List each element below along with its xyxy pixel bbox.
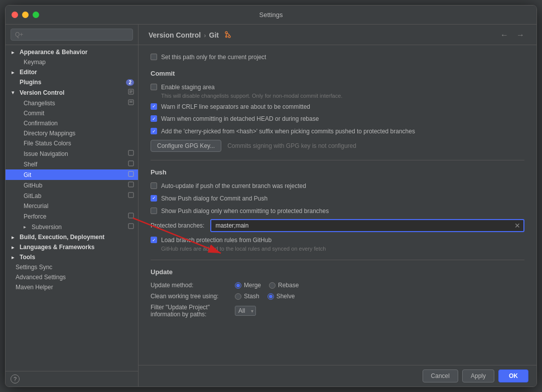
warn-crlf-checkbox[interactable]: [151, 103, 157, 110]
sidebar-item-appearance[interactable]: ▸ Appearance & Behavior: [6, 47, 138, 57]
chevron-down-icon: ▾: [12, 90, 18, 95]
merge-option[interactable]: Merge: [235, 282, 261, 289]
sidebar-item-directory-mappings[interactable]: Directory Mappings: [6, 128, 138, 138]
clear-input-button[interactable]: ✕: [514, 222, 520, 230]
section-divider-2: [151, 260, 524, 260]
sidebar: ▸ Appearance & Behavior Keymap ▸ Editor: [6, 25, 139, 386]
plugins-badge: 2: [126, 79, 134, 86]
rebase-option[interactable]: Rebase: [269, 282, 299, 289]
sidebar-item-subversion[interactable]: ▸ Subversion: [6, 222, 138, 232]
svg-rect-7: [128, 150, 133, 155]
svg-rect-11: [128, 192, 133, 198]
sidebar-item-keymap[interactable]: Keymap: [6, 57, 138, 67]
stash-option[interactable]: Stash: [235, 293, 259, 300]
gpg-row: Configure GPG Key... Commits signing wit…: [151, 140, 524, 152]
sidebar-item-version-control[interactable]: ▾ Version Control: [6, 87, 138, 98]
search-input[interactable]: [11, 29, 133, 41]
sidebar-item-languages[interactable]: ▸ Languages & Frameworks: [6, 242, 138, 252]
github-icon: [128, 181, 134, 189]
commit-section-title: Commit: [151, 70, 524, 77]
sidebar-item-editor[interactable]: ▸ Editor: [6, 67, 138, 77]
breadcrumb-separator: ›: [204, 32, 206, 39]
protected-branches-input[interactable]: [210, 219, 524, 232]
update-method-radio-group: Merge Rebase: [235, 282, 299, 289]
shelve-label: Shelve: [277, 293, 295, 300]
auto-update-label: Auto-update if push of the current branc…: [161, 182, 306, 190]
svg-point-15: [228, 36, 230, 38]
sidebar-item-tools[interactable]: ▸ Tools: [6, 252, 138, 262]
back-button[interactable]: ←: [498, 30, 510, 41]
svg-rect-12: [128, 213, 133, 218]
shelve-option[interactable]: Shelve: [267, 293, 295, 300]
svg-rect-8: [128, 161, 133, 166]
add-cherry-checkbox[interactable]: [151, 128, 157, 134]
bottom-bar: Cancel Apply OK: [139, 365, 536, 386]
auto-update-row: Auto-update if push of the current branc…: [151, 182, 524, 190]
warn-detached-checkbox[interactable]: [151, 115, 157, 122]
clean-working-tree-label: Clean working tree using:: [151, 293, 231, 300]
maximize-button[interactable]: [33, 12, 39, 18]
merge-label: Merge: [244, 282, 261, 289]
merge-radio[interactable]: [235, 282, 241, 289]
auto-update-checkbox[interactable]: [151, 182, 157, 189]
load-branch-protection-checkbox[interactable]: [151, 237, 157, 243]
titlebar: Settings: [6, 6, 536, 25]
load-branch-protection-row: Load branch protection rules from GitHub…: [151, 236, 524, 252]
sidebar-item-maven-helper[interactable]: Maven Helper: [6, 282, 138, 292]
chevron-right-icon: ▸: [12, 50, 18, 55]
sidebar-item-changelists[interactable]: Changelists: [6, 98, 138, 108]
help-button[interactable]: ?: [11, 374, 20, 383]
shelve-radio[interactable]: [267, 293, 274, 300]
load-branch-protection-subtext: GitHub rules are added to the local rule…: [161, 246, 326, 252]
sidebar-item-git[interactable]: Git: [6, 169, 138, 180]
enable-staging-checkbox[interactable]: [151, 84, 157, 90]
sidebar-item-file-status-colors[interactable]: File Status Colors: [6, 138, 138, 148]
show-push-protected-checkbox[interactable]: [151, 208, 157, 214]
sidebar-item-plugins[interactable]: Plugins 2: [6, 77, 138, 87]
apply-button[interactable]: Apply: [462, 369, 494, 382]
close-button[interactable]: [12, 12, 18, 18]
perforce-icon: [128, 213, 134, 220]
svg-rect-13: [128, 224, 133, 229]
svg-point-16: [226, 36, 227, 37]
enable-staging-subtext: This will disable changelists support. O…: [161, 93, 342, 99]
sidebar-item-build[interactable]: ▸ Build, Execution, Deployment: [6, 232, 138, 242]
protected-input-wrapper: ✕: [210, 219, 524, 232]
sidebar-item-commit[interactable]: Commit: [6, 108, 138, 118]
sidebar-item-settings-sync[interactable]: Settings Sync: [6, 262, 138, 272]
subversion-icon: [128, 223, 134, 231]
set-path-label: Set this path only for the current proje…: [161, 53, 266, 62]
push-section-title: Push: [151, 168, 524, 176]
svg-rect-10: [128, 182, 133, 187]
stash-radio[interactable]: [235, 293, 241, 300]
filter-update-row: Filter "Update Project" information by p…: [151, 304, 524, 318]
cancel-button[interactable]: Cancel: [423, 369, 458, 382]
breadcrumb-part2: Git: [209, 31, 219, 39]
sidebar-item-advanced-settings[interactable]: Advanced Settings: [6, 272, 138, 282]
sidebar-item-perforce[interactable]: Perforce: [6, 211, 138, 222]
rebase-label: Rebase: [278, 282, 299, 289]
gitlab-icon: [128, 192, 134, 200]
sidebar-item-mercurial[interactable]: Mercurial: [6, 201, 138, 211]
set-path-checkbox[interactable]: [151, 54, 157, 60]
breadcrumb: Version Control › Git: [149, 31, 232, 40]
show-push-dialog-checkbox[interactable]: [151, 195, 157, 202]
enable-staging-row: Enable staging area This will disable ch…: [151, 83, 524, 99]
nav-arrows: ← →: [498, 30, 526, 41]
forward-button[interactable]: →: [514, 30, 526, 41]
configure-gpg-button[interactable]: Configure GPG Key...: [151, 140, 221, 152]
rebase-radio[interactable]: [269, 282, 276, 289]
gpg-note: Commits signing with GPG key is not conf…: [227, 142, 356, 149]
sidebar-item-shelf[interactable]: Shelf: [6, 159, 138, 169]
sidebar-item-confirmation[interactable]: Confirmation: [6, 118, 138, 128]
sidebar-item-issue-navigation[interactable]: Issue Navigation: [6, 148, 138, 159]
content-header: Version Control › Git ←: [139, 25, 536, 45]
sidebar-bottom: ?: [6, 371, 138, 386]
warn-crlf-label: Warn if CRLF line separators are about t…: [161, 103, 310, 111]
sidebar-item-gitlab[interactable]: GitLab: [6, 190, 138, 201]
ok-button[interactable]: OK: [498, 369, 528, 382]
minimize-button[interactable]: [22, 12, 29, 18]
sidebar-item-github[interactable]: GitHub: [6, 180, 138, 190]
filter-select[interactable]: All: [235, 306, 256, 316]
update-method-row: Update method: Merge Rebase: [151, 282, 524, 289]
